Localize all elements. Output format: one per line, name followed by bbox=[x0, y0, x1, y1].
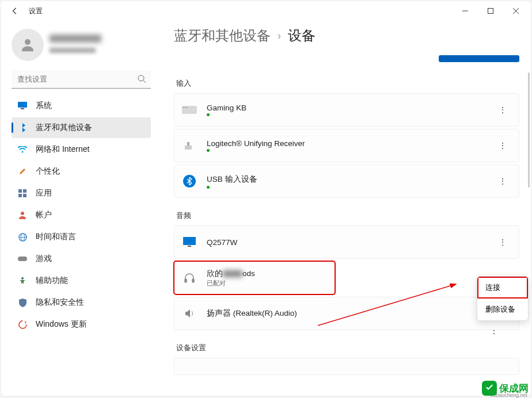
svg-rect-21 bbox=[183, 107, 184, 108]
svg-rect-26 bbox=[183, 237, 196, 245]
device-name: Logitech® Unifying Receiver bbox=[207, 139, 305, 148]
sidebar: 系统 蓝牙和其他设备 网络和 Internet 个性化 应用 帐户 时间和语言 … bbox=[1, 21, 157, 396]
back-button[interactable] bbox=[8, 4, 22, 18]
nav-bluetooth[interactable]: 蓝牙和其他设备 bbox=[12, 117, 151, 138]
search-input[interactable] bbox=[12, 70, 151, 89]
nav-accounts[interactable]: 帐户 bbox=[12, 205, 151, 225]
svg-rect-28 bbox=[185, 279, 187, 282]
device-name: USB 输入设备 bbox=[207, 174, 257, 185]
brush-icon bbox=[17, 166, 28, 177]
person-icon bbox=[17, 210, 28, 220]
nav-gaming[interactable]: 游戏 bbox=[12, 248, 151, 269]
nav-label: 帐户 bbox=[36, 210, 52, 220]
breadcrumb-parent[interactable]: 蓝牙和其他设备 bbox=[174, 26, 271, 45]
nav-time-language[interactable]: 时间和语言 bbox=[12, 227, 151, 247]
profile-block[interactable] bbox=[12, 29, 151, 61]
close-button[interactable] bbox=[503, 3, 529, 19]
receiver-icon bbox=[181, 137, 197, 154]
nav-label: 应用 bbox=[36, 188, 52, 198]
bluetooth-icon bbox=[17, 123, 28, 133]
svg-rect-7 bbox=[18, 102, 27, 108]
speaker-icon bbox=[181, 305, 197, 322]
gamepad-icon bbox=[17, 254, 28, 264]
device-name: Q2577W bbox=[207, 238, 237, 247]
apps-icon bbox=[17, 188, 28, 198]
nav-label: 系统 bbox=[36, 101, 52, 111]
nav-network[interactable]: 网络和 Internet bbox=[12, 139, 151, 160]
device-row-gaming-kb[interactable]: Gaming KB ⋮ bbox=[174, 93, 519, 127]
svg-rect-11 bbox=[23, 189, 26, 193]
titlebar: 设置 bbox=[1, 1, 531, 21]
scrollbar[interactable] bbox=[528, 72, 530, 187]
add-device-bar[interactable] bbox=[439, 55, 519, 62]
accessibility-icon bbox=[17, 275, 28, 286]
shield-icon bbox=[17, 297, 28, 308]
keyboard-icon bbox=[181, 102, 197, 118]
device-row-speaker[interactable]: 扬声器 (Realtek(R) Audio) ⋮ bbox=[174, 297, 519, 330]
headphones-icon bbox=[181, 270, 197, 286]
nav-label: Windows 更新 bbox=[36, 319, 87, 330]
svg-rect-24 bbox=[185, 146, 192, 150]
svg-point-4 bbox=[25, 39, 31, 45]
device-row-usb-input[interactable]: USB 输入设备 ⋮ bbox=[174, 164, 519, 198]
section-audio-title: 音频 bbox=[176, 211, 519, 221]
bluetooth-circle-icon bbox=[181, 173, 197, 189]
nav-personalization[interactable]: 个性化 bbox=[12, 161, 151, 182]
nav-accessibility[interactable]: 辅助功能 bbox=[12, 270, 151, 291]
nav-update[interactable]: Windows 更新 bbox=[12, 314, 151, 335]
context-connect[interactable]: 连接 bbox=[477, 277, 528, 298]
maximize-button[interactable] bbox=[478, 3, 503, 19]
device-row-monitor[interactable]: Q2577W ⋮ bbox=[174, 225, 519, 259]
device-settings-row[interactable] bbox=[174, 358, 519, 375]
svg-line-6 bbox=[143, 81, 146, 83]
minimize-button[interactable] bbox=[453, 3, 478, 19]
nav-label: 隐私和安全性 bbox=[36, 297, 84, 308]
device-name: Gaming KB bbox=[207, 104, 246, 112]
nav-privacy[interactable]: 隐私和安全性 bbox=[12, 292, 151, 313]
device-sub: 已配对 bbox=[207, 279, 255, 288]
context-menu: 连接 删除设备 bbox=[477, 276, 529, 321]
more-button[interactable]: ⋮ bbox=[493, 136, 512, 155]
svg-point-19 bbox=[21, 277, 24, 280]
breadcrumb-current: 设备 bbox=[288, 26, 316, 45]
more-button[interactable]: ⋮ bbox=[493, 233, 512, 251]
avatar bbox=[12, 29, 44, 61]
more-button[interactable]: ⋮ bbox=[493, 172, 512, 190]
update-icon bbox=[17, 319, 28, 330]
svg-rect-23 bbox=[187, 107, 188, 108]
svg-rect-22 bbox=[185, 107, 186, 108]
svg-rect-29 bbox=[192, 279, 194, 282]
monitor-blue-icon bbox=[181, 234, 197, 250]
nav-label: 个性化 bbox=[36, 166, 60, 177]
watermark: 保成网 bbox=[482, 381, 529, 396]
main-panel: 蓝牙和其他设备 › 设备 输入 Gaming KB ⋮ Logitech® Un… bbox=[157, 21, 531, 396]
more-button[interactable]: ⋮ bbox=[493, 101, 512, 119]
svg-point-14 bbox=[21, 212, 24, 215]
svg-rect-25 bbox=[187, 142, 189, 146]
watermark-text: 保成网 bbox=[499, 382, 529, 395]
nav-label: 辅助功能 bbox=[36, 275, 68, 286]
globe-icon bbox=[17, 232, 28, 242]
nav-system[interactable]: 系统 bbox=[12, 95, 151, 116]
section-input-title: 输入 bbox=[176, 78, 519, 89]
monitor-icon bbox=[17, 101, 28, 111]
nav-apps[interactable]: 应用 bbox=[12, 183, 151, 204]
breadcrumb: 蓝牙和其他设备 › 设备 bbox=[174, 26, 519, 45]
svg-rect-13 bbox=[23, 194, 26, 197]
context-remove[interactable]: 删除设备 bbox=[477, 298, 528, 320]
nav-label: 游戏 bbox=[36, 254, 52, 264]
chevron-right-icon: › bbox=[278, 30, 281, 42]
nav-list: 系统 蓝牙和其他设备 网络和 Internet 个性化 应用 帐户 时间和语言 … bbox=[12, 95, 151, 336]
device-row-logitech[interactable]: Logitech® Unifying Receiver ⋮ bbox=[174, 129, 519, 162]
svg-point-9 bbox=[22, 151, 24, 153]
search-icon bbox=[137, 74, 146, 86]
nav-label: 网络和 Internet bbox=[36, 144, 89, 155]
section-device-settings-title: 设备设置 bbox=[176, 343, 519, 353]
profile-email bbox=[50, 48, 96, 53]
svg-rect-18 bbox=[18, 257, 27, 261]
device-row-headphones[interactable]: 欣的ods 已配对 bbox=[174, 261, 335, 294]
watermark-badge-icon bbox=[482, 381, 497, 396]
svg-rect-27 bbox=[188, 246, 191, 247]
status-dot bbox=[207, 149, 210, 152]
status-dot bbox=[207, 113, 210, 116]
